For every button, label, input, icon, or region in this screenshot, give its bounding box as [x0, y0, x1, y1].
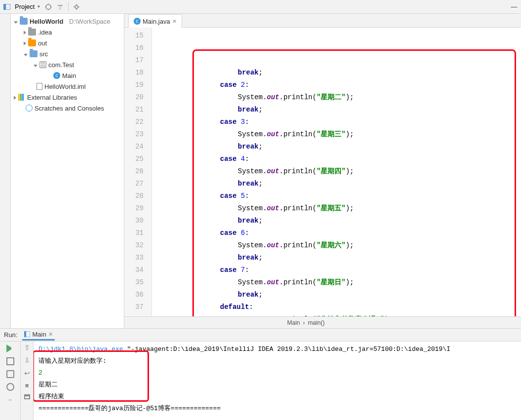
expand-arrow-icon[interactable]	[14, 18, 18, 25]
tree-src[interactable]: src	[11, 48, 124, 59]
dropdown-arrow-icon: ▼	[37, 4, 40, 9]
print-icon[interactable]	[24, 394, 30, 399]
folder-label: .idea	[38, 29, 52, 36]
project-dropdown[interactable]: Project ▼	[15, 3, 40, 10]
svg-point-2	[46, 4, 51, 9]
tree-main-class[interactable]: Main	[11, 70, 124, 81]
run-toolbar: Run: Main ✕	[0, 328, 521, 341]
run-tab-main[interactable]: Main ✕	[22, 330, 54, 341]
folder-icon	[28, 39, 36, 46]
expand-arrow-icon[interactable]	[24, 29, 26, 36]
project-path: D:\WorkSpace	[69, 18, 111, 25]
rerun-icon[interactable]	[6, 344, 14, 352]
main-area: HelloWorld D:\WorkSpace .idea out src co…	[0, 14, 521, 328]
package-icon	[39, 61, 46, 68]
expand-arrow-icon[interactable]	[24, 50, 28, 58]
folder-label: src	[39, 50, 48, 58]
expand-arrow-icon[interactable]	[34, 61, 37, 69]
line-gutter: 1516171819202122232425262728293031323334…	[124, 28, 152, 316]
expand-arrow-icon[interactable]	[14, 94, 16, 101]
run-tab-icon	[24, 331, 30, 337]
debug-icon[interactable]	[6, 383, 14, 391]
project-folder-icon	[20, 18, 28, 25]
tree-idea[interactable]: .idea	[11, 27, 124, 38]
project-tree: HelloWorld D:\WorkSpace .idea out src co…	[11, 14, 124, 328]
package-label: com.Test	[48, 61, 74, 69]
collapse-icon[interactable]	[56, 3, 64, 11]
tree-scratch[interactable]: Scratches and Consoles	[11, 103, 124, 114]
run-action-icons: →	[0, 342, 21, 420]
class-icon	[53, 72, 60, 79]
no-arrow	[47, 72, 51, 79]
target-icon[interactable]	[44, 3, 52, 11]
iml-file-icon	[37, 83, 42, 90]
down-icon[interactable]	[24, 356, 30, 364]
console-output[interactable]: D:\jdk1.8\bin\java.exe "-javaagent:D:\id…	[34, 342, 521, 420]
separator	[68, 2, 69, 11]
console-line: 星期二	[38, 379, 521, 391]
gear-icon[interactable]	[73, 3, 80, 11]
crumb-class[interactable]: Main	[287, 319, 300, 326]
tree-root[interactable]: HelloWorld D:\WorkSpace	[11, 16, 124, 27]
console-line: 请输入星期对应的数字:	[38, 355, 521, 367]
no-arrow	[31, 83, 35, 90]
scratches-label: Scratches and Consoles	[35, 105, 104, 112]
folder-label: out	[38, 39, 47, 47]
dump-icon[interactable]	[6, 370, 14, 378]
project-label: Project	[15, 3, 35, 10]
svg-rect-14	[24, 331, 26, 337]
breadcrumb: Main › main()	[124, 316, 521, 328]
tab-label: Main.java	[143, 18, 170, 25]
file-label: HelloWorld.iml	[44, 83, 86, 90]
up-icon[interactable]	[24, 344, 30, 351]
console-line: 程序结束	[38, 391, 521, 403]
project-toolbar: Project ▼ —	[0, 0, 521, 14]
crumb-method[interactable]: main()	[308, 319, 325, 326]
expand-arrow-icon[interactable]	[24, 39, 26, 47]
run-panel: → ≡ D:\jdk1.8\bin\java.exe "-javaagent:D…	[0, 341, 521, 420]
editor-pane: Main.java ✕ 1516171819202122232425262728…	[124, 14, 521, 328]
left-gutter	[0, 14, 11, 328]
crumb-separator-icon: ›	[303, 319, 305, 326]
code-area[interactable]: 1516171819202122232425262728293031323334…	[124, 28, 521, 316]
run-nav-icons: ≡	[21, 342, 34, 420]
no-arrow	[20, 105, 24, 112]
tree-pkg[interactable]: com.Test	[11, 59, 124, 70]
project-name: HelloWorld	[30, 18, 63, 25]
hide-icon[interactable]: —	[510, 3, 518, 11]
scratches-icon	[26, 105, 33, 112]
folder-icon	[28, 29, 36, 36]
tree-iml[interactable]: HelloWorld.iml	[11, 81, 124, 92]
scroll-to-end-icon[interactable]: ≡	[25, 382, 29, 389]
console-line: =============磊哥的java历险记-@51博客===========…	[38, 403, 521, 415]
class-label: Main	[62, 72, 76, 79]
console-line: D:\jdk1.8\bin\java.exe "-javaagent:D:\id…	[38, 344, 521, 355]
project-view-icon[interactable]	[3, 3, 11, 11]
close-icon[interactable]: ✕	[172, 18, 177, 25]
softwrap-icon[interactable]	[24, 369, 30, 377]
libraries-icon	[18, 94, 25, 101]
class-icon	[134, 18, 141, 25]
tab-main-java[interactable]: Main.java ✕	[128, 14, 182, 28]
editor-tabs: Main.java ✕	[124, 14, 521, 28]
run-label: Run:	[4, 331, 17, 339]
svg-point-8	[75, 5, 78, 8]
tree-out[interactable]: out	[11, 38, 124, 48]
run-tab-label: Main	[32, 331, 46, 338]
close-icon[interactable]: ✕	[48, 331, 53, 338]
console-line: 2	[38, 367, 521, 379]
svg-rect-1	[3, 4, 6, 10]
libraries-label: External Libraries	[27, 94, 77, 101]
exit-icon[interactable]: →	[6, 396, 14, 404]
stop-icon[interactable]	[6, 357, 14, 365]
code-content[interactable]: break;case 2:System.out.println("星期二");b…	[152, 28, 521, 316]
folder-icon	[30, 50, 37, 57]
tree-ext-lib[interactable]: External Libraries	[11, 92, 124, 103]
